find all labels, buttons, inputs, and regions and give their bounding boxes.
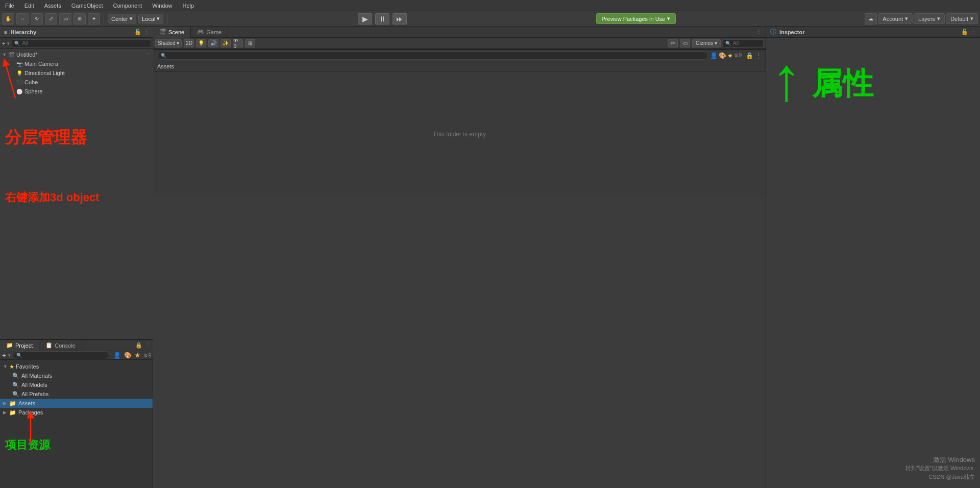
- inspector-header: ⓘ Inspector 🔓 ⋮: [766, 27, 980, 38]
- play-button[interactable]: ▶: [358, 13, 372, 25]
- hierarchy-item-menu-icon[interactable]: ⋮: [146, 52, 151, 58]
- tool-transform[interactable]: ⊕: [74, 13, 86, 25]
- hierarchy-item-main-camera[interactable]: 📷 Main Camera: [0, 59, 153, 68]
- tool-extra[interactable]: ✦: [88, 13, 100, 25]
- sidebar-packages[interactable]: ▶ 📁 Packages: [0, 408, 153, 417]
- hierarchy-menu-icon[interactable]: ⋮: [143, 29, 149, 35]
- scene-extras-btn[interactable]: ✂: [668, 39, 678, 47]
- hierarchy-item-directional-light[interactable]: 💡 Directional Light: [0, 68, 153, 78]
- all-models-label: All Models: [21, 382, 47, 388]
- star-icon: ★: [9, 363, 14, 370]
- menu-assets[interactable]: Assets: [42, 2, 63, 10]
- panel-menu-icon[interactable]: ⋮: [755, 52, 762, 59]
- sidebar-all-models[interactable]: 🔍 All Models: [0, 380, 153, 389]
- add-project-button[interactable]: +: [2, 351, 6, 359]
- scene-grid-btn[interactable]: ⊞: [245, 39, 255, 47]
- project-menu-icon[interactable]: ⋮: [144, 342, 150, 349]
- scene-hidden-btn[interactable]: 👁 0: [233, 39, 243, 47]
- tab-scene[interactable]: 🎬 Scene: [153, 27, 191, 38]
- menu-edit[interactable]: Edit: [22, 2, 36, 10]
- favorites-label: Favorites: [16, 363, 39, 370]
- chevron-down-icon: ▾: [905, 15, 908, 22]
- project-lock-icon[interactable]: 🔒: [135, 342, 142, 349]
- proj-star-icon[interactable]: ★: [727, 52, 733, 59]
- scene-toolbar: Shaded ▾ 2D 💡 🔊 ✨ 👁 0 ⊞ ✂ ▭ Gizmos ▾ 🔍: [153, 38, 766, 49]
- hierarchy-search[interactable]: 🔍 All: [12, 39, 151, 47]
- search-placeholder: All: [733, 40, 739, 46]
- assets-breadcrumb: Assets: [153, 61, 766, 71]
- account-layers-group: ☁ Account ▾ Layers ▾ Default ▾: [865, 13, 978, 25]
- menu-help[interactable]: Help: [180, 2, 196, 10]
- tool-rotate[interactable]: ↻: [31, 13, 43, 25]
- inspector-menu-icon[interactable]: ⋮: [970, 29, 976, 35]
- menu-gameobject[interactable]: GameObject: [69, 2, 105, 10]
- tool-scale[interactable]: ⤢: [45, 13, 57, 25]
- search-icon: 🔍: [14, 41, 20, 46]
- scene-effects-btn[interactable]: ✨: [220, 39, 231, 47]
- inspector-lock-icon[interactable]: 🔓: [961, 29, 968, 35]
- hierarchy-item-untitled[interactable]: ▼ 🎬 Untitled* ⋮: [0, 50, 153, 59]
- project-search[interactable]: 🔍: [13, 351, 109, 359]
- tool-rect[interactable]: ▭: [59, 13, 71, 25]
- proj-paint-icon[interactable]: 🎨: [719, 52, 726, 59]
- sidebar-favorites[interactable]: ▼ ★ Favorites: [0, 362, 153, 371]
- proj-user-icon[interactable]: 👤: [710, 52, 718, 59]
- game-tab-icon: 🎮: [197, 29, 204, 35]
- project-user-icon[interactable]: 👤: [113, 352, 121, 359]
- add-button[interactable]: +: [2, 40, 5, 46]
- project-paint-icon[interactable]: 🎨: [124, 352, 132, 359]
- search-icon: 🔍: [161, 53, 166, 58]
- scene-search[interactable]: 🔍 All: [723, 39, 764, 47]
- right-click-annotation-label: 右键添加3d object: [5, 190, 153, 205]
- project-filter-icon[interactable]: ⚙9: [143, 353, 151, 358]
- tab-console[interactable]: 📋 Console: [39, 340, 82, 351]
- preview-packages-button[interactable]: Preview Packages in Use ▾: [596, 13, 676, 24]
- proj-filter-icon[interactable]: ⚙9: [734, 53, 742, 58]
- menu-file[interactable]: File: [3, 2, 16, 10]
- chevron-down-icon: ▾: [157, 15, 160, 22]
- sidebar-assets[interactable]: ▶ 📁 Assets: [0, 399, 153, 408]
- tab-project-label: Project: [15, 343, 33, 349]
- layers-dropdown[interactable]: Layers ▾: [914, 13, 945, 24]
- project-star-icon[interactable]: ★: [135, 352, 140, 359]
- hierarchy-panel-header: ≡ Hierarchy 🔓 ⋮: [0, 27, 153, 38]
- hierarchy-lock-icon[interactable]: 🔓: [134, 29, 141, 35]
- shading-mode-dropdown[interactable]: Shaded ▾: [155, 39, 182, 47]
- account-label: Account: [883, 16, 903, 22]
- tool-hand[interactable]: ✋: [2, 13, 14, 25]
- pivot-local[interactable]: Local ▾: [138, 14, 163, 23]
- tool-move[interactable]: ↔: [16, 13, 29, 25]
- arrow-dropdown-icon[interactable]: ▾: [8, 353, 11, 358]
- gizmos-dropdown[interactable]: Gizmos ▾: [692, 39, 721, 47]
- scene-light-btn[interactable]: 💡: [196, 39, 206, 47]
- arrow-dropdown-icon[interactable]: ▾: [7, 41, 10, 46]
- scene-2d-btn[interactable]: 2D: [184, 39, 194, 47]
- pivot-center[interactable]: Center ▾: [108, 14, 136, 23]
- sidebar-all-materials[interactable]: 🔍 All Materials: [0, 371, 153, 380]
- collab-icon[interactable]: ☁: [865, 13, 877, 25]
- sidebar-all-prefabs[interactable]: 🔍 All Prefabs: [0, 389, 153, 399]
- default-dropdown[interactable]: Default ▾: [946, 13, 978, 24]
- hierarchy-annotation-area: 分层管理器: [5, 127, 153, 149]
- bottom-left-panel: 📁 Project 📋 Console 🔒 ⋮ + ▾ 🔍: [0, 340, 153, 488]
- scene-aspect-btn[interactable]: ▭: [680, 39, 690, 47]
- pause-button[interactable]: ⏸: [375, 13, 389, 25]
- tab-project[interactable]: 📁 Project: [0, 340, 39, 351]
- hierarchy-item-sphere[interactable]: ⚪ Sphere: [0, 87, 153, 96]
- step-button[interactable]: ⏭: [393, 13, 407, 25]
- scene-audio-btn[interactable]: 🔊: [208, 39, 218, 47]
- hierarchy-icon: ≡: [4, 29, 7, 35]
- tab-game[interactable]: 🎮 Game: [191, 27, 228, 38]
- account-dropdown[interactable]: Account ▾: [878, 13, 913, 24]
- project-main-search[interactable]: 🔍: [157, 52, 708, 60]
- scene-tab-icon: 🎬: [159, 29, 166, 35]
- view-more-icon[interactable]: ⋮: [756, 29, 766, 35]
- menu-component[interactable]: Component: [111, 2, 144, 10]
- layers-label: Layers: [918, 16, 935, 22]
- hierarchy-item-cube[interactable]: ⬛ Cube: [0, 78, 153, 87]
- panel-lock-icon[interactable]: 🔒: [746, 52, 753, 59]
- inspector-panel: ⓘ Inspector 🔓 ⋮ ↑ 属性 激活 Windows 转到"设置"以激…: [766, 27, 980, 488]
- hierarchy-panel-actions: 🔓 ⋮: [134, 29, 149, 35]
- project-panel-actions: 🔒 ⋮: [135, 342, 153, 349]
- menu-window[interactable]: Window: [150, 2, 174, 10]
